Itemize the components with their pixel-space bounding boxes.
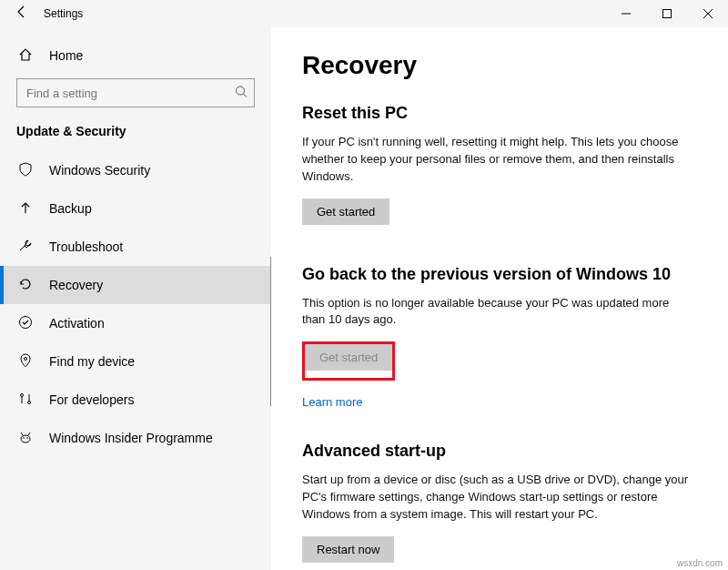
sidebar: Home Update & Security Windows Security [0, 27, 271, 570]
svg-point-7 [20, 316, 32, 328]
nav-label: Recovery [49, 278, 103, 292]
check-icon [16, 315, 35, 332]
svg-point-15 [26, 437, 28, 439]
learn-more-link[interactable]: Learn more [302, 395, 362, 409]
svg-rect-1 [662, 10, 671, 18]
nav-label: For developers [49, 392, 134, 407]
backup-icon [16, 200, 35, 218]
dev-icon [16, 392, 35, 409]
reset-heading: Reset this PC [302, 104, 697, 123]
svg-line-16 [21, 433, 23, 435]
category-heading: Update & Security [0, 120, 271, 151]
goback-get-started-button: Get started [305, 344, 392, 371]
nav-label: Windows Security [49, 163, 150, 178]
nav-label: Find my device [49, 354, 135, 369]
maximize-button[interactable] [646, 0, 687, 27]
svg-point-12 [28, 401, 31, 403]
close-button[interactable] [687, 0, 728, 27]
svg-point-10 [21, 393, 24, 396]
advanced-body: Start up from a device or disc (such as … [302, 472, 693, 524]
svg-line-17 [28, 433, 30, 435]
section-advanced: Advanced start-up Start up from a device… [302, 442, 697, 570]
nav-insider[interactable]: Windows Insider Programme [0, 419, 271, 457]
restart-now-button[interactable]: Restart now [302, 536, 394, 563]
section-reset: Reset this PC If your PC isn't running w… [302, 104, 697, 232]
home-icon [16, 47, 35, 65]
watermark: wsxdn.com [677, 558, 723, 568]
nav-recovery[interactable]: Recovery [0, 266, 271, 304]
nav-list: Windows Security Backup Troubleshoot [0, 151, 271, 457]
wrench-icon [16, 239, 35, 256]
advanced-heading: Advanced start-up [302, 442, 697, 461]
content-pane: Recovery Reset this PC If your PC isn't … [271, 27, 728, 570]
home-nav[interactable]: Home [0, 38, 271, 73]
reset-body: If your PC isn't running well, resetting… [302, 134, 693, 186]
nav-label: Activation [49, 316, 105, 331]
recovery-icon [16, 277, 35, 294]
goback-highlight: Get started [302, 341, 395, 381]
nav-activation[interactable]: Activation [0, 304, 271, 342]
svg-point-14 [23, 437, 25, 439]
svg-point-8 [25, 357, 27, 360]
svg-point-13 [21, 435, 30, 443]
titlebar: Settings [0, 0, 728, 27]
window-title: Settings [44, 7, 83, 20]
nav-label: Windows Insider Programme [49, 431, 213, 445]
shield-icon [16, 162, 35, 179]
nav-troubleshoot[interactable]: Troubleshoot [0, 228, 271, 266]
search-input[interactable] [16, 78, 255, 107]
insider-icon [16, 430, 35, 447]
home-label: Home [49, 48, 83, 63]
location-icon [16, 353, 35, 371]
back-button[interactable] [7, 5, 36, 23]
nav-find-my-device[interactable]: Find my device [0, 342, 271, 381]
goback-heading: Go back to the previous version of Windo… [302, 265, 697, 284]
goback-body: This option is no longer available becau… [302, 295, 693, 330]
minimize-button[interactable] [605, 0, 646, 27]
reset-get-started-button[interactable]: Get started [302, 198, 389, 225]
nav-for-developers[interactable]: For developers [0, 381, 271, 419]
nav-label: Backup [49, 201, 92, 216]
page-title: Recovery [302, 51, 697, 80]
nav-backup[interactable]: Backup [0, 189, 271, 228]
section-goback: Go back to the previous version of Windo… [302, 265, 697, 410]
nav-windows-security[interactable]: Windows Security [0, 151, 271, 189]
nav-label: Troubleshoot [49, 239, 123, 254]
